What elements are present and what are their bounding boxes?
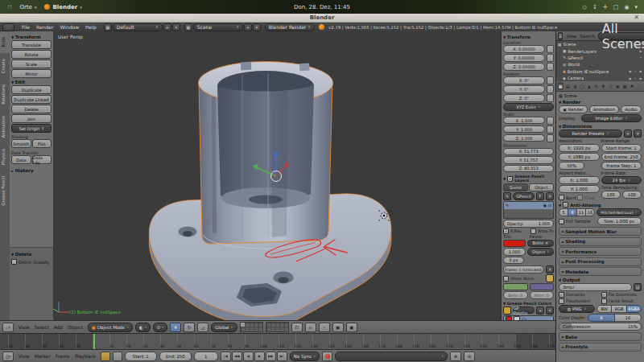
transform-orientation-selector[interactable]: Global ⇕ — [211, 323, 237, 332]
playback-button[interactable]: ◀ — [243, 352, 254, 361]
transform-tool-button[interactable]: Translate — [11, 40, 52, 49]
onion-after-color-swatch[interactable] — [530, 283, 555, 290]
gp-datablock-field[interactable]: GPencil — [513, 192, 535, 200]
info-menu[interactable]: File — [22, 24, 30, 30]
collapsed-panel-header[interactable]: Freestyle — [559, 343, 642, 352]
output-panel-header[interactable]: Output — [559, 278, 642, 282]
pivot-point-selector[interactable]: ⊙ ▾ — [153, 323, 167, 332]
operator-panel-header[interactable]: Delete — [11, 252, 52, 257]
gp-layer-list[interactable]: ✎ ◉ ⊡ — [503, 201, 554, 219]
gp-frame-button[interactable]: Frame: 1 (Unlocked) — [503, 265, 544, 274]
cache-result-checkbox[interactable] — [601, 298, 607, 304]
row-restrict-icons[interactable]: • — [640, 56, 642, 60]
gp-unlink-button[interactable]: ✕ — [546, 192, 554, 200]
remap-new-field[interactable]: 100 — [622, 191, 642, 199]
gp-xray-checkbox[interactable] — [503, 228, 509, 234]
timeline-menu[interactable]: View — [19, 354, 30, 359]
manipulator-scale-button[interactable]: ◿ — [197, 323, 208, 332]
lock-icon[interactable] — [547, 54, 554, 62]
constraints-tab-icon[interactable]: ⚙ — [592, 82, 599, 90]
full-sample-checkbox[interactable] — [559, 219, 564, 224]
frame-step-field[interactable]: Frame Step: 1 — [601, 162, 642, 170]
frame-lock-icon[interactable] — [113, 352, 122, 361]
stroke-color-swatch[interactable] — [506, 316, 512, 320]
volume-icon[interactable]: ◉ — [624, 4, 629, 10]
color-mode-button[interactable]: BW — [597, 305, 612, 313]
playback-button[interactable]: |◀ — [221, 352, 231, 361]
edit-tool-button[interactable]: Duplicate Linked — [11, 95, 52, 104]
color-mode-button[interactable]: RGBA — [626, 305, 642, 313]
aspect-y-field[interactable]: Y: 1.000 — [559, 185, 600, 193]
rotation-y-field[interactable]: Y: 0° — [503, 85, 545, 93]
gp-thickness-field[interactable]: 1.000 — [503, 248, 526, 256]
render-tab-icon[interactable]: ▦ — [557, 82, 564, 90]
scale-x-field[interactable]: X: 1.000 — [503, 117, 545, 125]
edit-tool-button[interactable]: Duplicate — [11, 85, 52, 94]
gp-source-tab[interactable]: Scene — [503, 183, 528, 191]
delete-keyframe-icon[interactable]: ⊖ — [464, 352, 475, 361]
add-scene-button[interactable]: + — [244, 23, 252, 31]
manipulator-translate-button[interactable]: ✛ — [170, 323, 181, 332]
lock-icon[interactable] — [547, 94, 554, 102]
snap-magnet-icon[interactable]: ∪ — [305, 323, 316, 332]
folder-browse-icon[interactable]: ▤ — [634, 283, 642, 291]
gp-layers-panel-header[interactable] — [503, 176, 506, 181]
collapsed-panel-header[interactable]: Sampled Motion Blur — [559, 227, 642, 236]
shade-flat-button[interactable]: Flat — [32, 139, 52, 148]
dimensions-x-field[interactable]: X: 51.773 — [503, 148, 554, 156]
row-restrict-icons[interactable]: ▪ — [639, 49, 642, 53]
rotation-x-field[interactable]: X: 0° — [503, 76, 545, 84]
object-data-tab-icon[interactable]: ▽ — [607, 82, 613, 90]
gp-frame-delete-button[interactable]: ✕ — [546, 265, 554, 274]
viewport-shading-selector[interactable]: ◐ ▾ — [135, 323, 151, 332]
gp-offset-stepper[interactable]: 0 px — [503, 257, 524, 265]
frame-rate-selector[interactable]: 24 fps ⇕ — [601, 176, 642, 184]
onion-after-field[interactable]: After: 0 — [530, 291, 555, 299]
outliner-menu-search[interactable]: Search — [580, 34, 595, 39]
scale-z-field[interactable]: Z: 1.000 — [503, 134, 545, 142]
world-tab-icon[interactable]: ◯ — [579, 82, 585, 90]
snap-element-selector[interactable]: ▾ — [319, 323, 330, 332]
data-layout-button[interactable]: Data Lay — [32, 155, 52, 164]
window-titlebar[interactable]: Blender ✕ — [0, 14, 644, 23]
shade-smooth-button[interactable]: Smooth — [11, 139, 31, 148]
start-frame-field[interactable]: Start: 1 — [125, 352, 157, 361]
gp-layer-visibility-icon[interactable]: ◉ — [543, 204, 547, 208]
end-frame-field[interactable]: End Frame: 250 — [601, 153, 642, 161]
current-frame-field[interactable]: 1 — [194, 352, 218, 361]
file-format-selector[interactable]: ▤ PNG ⇕ — [559, 305, 595, 313]
gp-parent-field[interactable]: Botto ✕ — [527, 240, 554, 248]
remove-preset-button[interactable]: ✕ — [634, 130, 642, 138]
gp-tint-color-swatch[interactable] — [503, 240, 526, 247]
edit-tool-button[interactable]: Delete — [11, 105, 52, 113]
input-icon[interactable]: ✛ — [603, 4, 608, 10]
color-depth-button[interactable]: 16 — [614, 314, 642, 322]
insert-keyframe-icon[interactable]: ⊕ — [450, 352, 461, 361]
editor-type-icon[interactable]: ∷ — [2, 23, 14, 31]
crop-checkbox[interactable] — [577, 195, 583, 200]
fill-color-swatch[interactable] — [514, 316, 520, 320]
viewport-menu[interactable]: Select — [35, 325, 49, 330]
location-z-field[interactable]: Z: 0.00000 — [503, 63, 545, 71]
color-mode-button[interactable]: RGB — [611, 305, 626, 313]
playback-button[interactable]: ▶▶ — [266, 352, 276, 361]
collapsed-panel-header[interactable]: Shading — [559, 237, 642, 246]
lock-icon[interactable] — [547, 117, 554, 125]
dropbox-icon[interactable]: ◇ — [583, 4, 587, 10]
texture-tab-icon[interactable]: ▩ — [621, 82, 628, 90]
gp-parent-type-selector[interactable]: Object ⇕ — [527, 248, 554, 256]
remove-scene-button[interactable]: ✕ — [253, 23, 261, 31]
outliner-row-gpencil[interactable]: ✎GPencil• — [556, 55, 644, 61]
viewport-scene[interactable] — [53, 31, 501, 320]
keying-set-selector[interactable]: ⇕ — [335, 352, 448, 361]
aspect-x-field[interactable]: X: 1.000 — [559, 176, 600, 184]
auto-keyframe-button[interactable] — [322, 352, 332, 361]
lock-icon[interactable] — [547, 125, 554, 134]
location-y-field[interactable]: Y: 0.00000 — [503, 54, 545, 62]
sync-mode-selector[interactable]: No Sync ⇕ — [290, 352, 320, 361]
gp-source-tab[interactable]: Object — [529, 183, 554, 191]
clock[interactable]: Don, 28. Dez, 11:45 — [0, 4, 644, 10]
remove-layout-button[interactable]: ✕ — [172, 23, 180, 31]
scene-selector-icon[interactable]: ▦ — [184, 23, 192, 31]
dimensions-z-field[interactable]: Z: 40.313 — [503, 165, 554, 173]
